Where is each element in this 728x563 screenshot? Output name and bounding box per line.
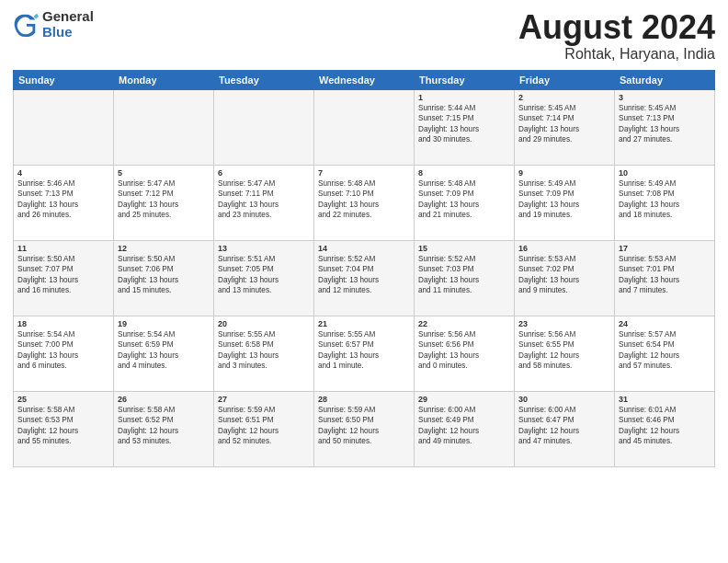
day-number: 2 xyxy=(518,93,610,102)
day-cell: 25Sunrise: 5:58 AM Sunset: 6:53 PM Dayli… xyxy=(14,391,114,466)
day-content: Sunrise: 5:48 AM Sunset: 7:09 PM Dayligh… xyxy=(418,179,479,219)
day-number: 12 xyxy=(118,244,210,253)
day-cell: 17Sunrise: 5:53 AM Sunset: 7:01 PM Dayli… xyxy=(615,240,715,316)
day-cell: 19Sunrise: 5:54 AM Sunset: 6:59 PM Dayli… xyxy=(114,316,214,391)
day-number: 20 xyxy=(218,319,310,328)
day-cell: 18Sunrise: 5:54 AM Sunset: 7:00 PM Dayli… xyxy=(14,316,114,391)
week-row-2: 4Sunrise: 5:46 AM Sunset: 7:13 PM Daylig… xyxy=(14,165,715,240)
day-number: 13 xyxy=(218,244,310,253)
day-content: Sunrise: 5:45 AM Sunset: 7:14 PM Dayligh… xyxy=(518,104,579,144)
day-content: Sunrise: 5:44 AM Sunset: 7:15 PM Dayligh… xyxy=(418,104,479,144)
day-number: 4 xyxy=(17,168,109,178)
day-cell: 1Sunrise: 5:44 AM Sunset: 7:15 PM Daylig… xyxy=(415,89,515,165)
day-cell: 9Sunrise: 5:49 AM Sunset: 7:09 PM Daylig… xyxy=(515,165,615,240)
day-content: Sunrise: 5:52 AM Sunset: 7:03 PM Dayligh… xyxy=(418,255,479,294)
day-number: 8 xyxy=(418,168,510,178)
day-number: 15 xyxy=(418,244,510,253)
day-cell: 5Sunrise: 5:47 AM Sunset: 7:12 PM Daylig… xyxy=(114,165,214,240)
calendar-table: SundayMondayTuesdayWednesdayThursdayFrid… xyxy=(13,70,715,467)
day-content: Sunrise: 5:53 AM Sunset: 7:02 PM Dayligh… xyxy=(518,255,579,294)
day-content: Sunrise: 5:49 AM Sunset: 7:08 PM Dayligh… xyxy=(619,179,679,219)
day-content: Sunrise: 5:58 AM Sunset: 6:52 PM Dayligh… xyxy=(118,406,178,445)
day-cell xyxy=(214,89,314,165)
day-cell: 16Sunrise: 5:53 AM Sunset: 7:02 PM Dayli… xyxy=(515,240,615,316)
week-row-3: 11Sunrise: 5:50 AM Sunset: 7:07 PM Dayli… xyxy=(14,240,715,316)
day-content: Sunrise: 5:50 AM Sunset: 7:07 PM Dayligh… xyxy=(17,255,78,294)
day-number: 7 xyxy=(318,168,410,178)
day-number: 31 xyxy=(619,395,711,404)
header-cell-tuesday: Tuesday xyxy=(214,70,314,89)
day-number: 21 xyxy=(318,319,410,328)
day-content: Sunrise: 5:54 AM Sunset: 7:00 PM Dayligh… xyxy=(17,330,78,370)
day-content: Sunrise: 5:50 AM Sunset: 7:06 PM Dayligh… xyxy=(118,255,178,294)
day-number: 23 xyxy=(518,319,610,328)
week-row-1: 1Sunrise: 5:44 AM Sunset: 7:15 PM Daylig… xyxy=(14,89,715,165)
day-cell: 21Sunrise: 5:55 AM Sunset: 6:57 PM Dayli… xyxy=(314,316,415,391)
day-content: Sunrise: 5:47 AM Sunset: 7:12 PM Dayligh… xyxy=(118,179,178,219)
day-cell: 7Sunrise: 5:48 AM Sunset: 7:10 PM Daylig… xyxy=(314,165,415,240)
title-block: August 2024 Rohtak, Haryana, India xyxy=(518,9,715,63)
day-cell xyxy=(114,89,214,165)
day-number: 6 xyxy=(218,168,310,178)
header-cell-monday: Monday xyxy=(114,70,214,89)
day-content: Sunrise: 5:49 AM Sunset: 7:09 PM Dayligh… xyxy=(518,179,579,219)
day-content: Sunrise: 6:01 AM Sunset: 6:46 PM Dayligh… xyxy=(619,406,679,445)
logo: General Blue xyxy=(13,9,94,40)
day-content: Sunrise: 5:45 AM Sunset: 7:13 PM Dayligh… xyxy=(619,104,679,144)
day-cell: 29Sunrise: 6:00 AM Sunset: 6:49 PM Dayli… xyxy=(415,391,515,466)
day-cell: 20Sunrise: 5:55 AM Sunset: 6:58 PM Dayli… xyxy=(214,316,314,391)
logo-blue: Blue xyxy=(42,25,94,40)
week-row-4: 18Sunrise: 5:54 AM Sunset: 7:00 PM Dayli… xyxy=(14,316,715,391)
day-cell: 24Sunrise: 5:57 AM Sunset: 6:54 PM Dayli… xyxy=(615,316,715,391)
day-cell: 3Sunrise: 5:45 AM Sunset: 7:13 PM Daylig… xyxy=(615,89,715,165)
day-content: Sunrise: 5:55 AM Sunset: 6:58 PM Dayligh… xyxy=(218,330,279,370)
day-content: Sunrise: 5:47 AM Sunset: 7:11 PM Dayligh… xyxy=(218,179,279,219)
day-number: 18 xyxy=(17,319,109,328)
location: Rohtak, Haryana, India xyxy=(518,46,715,63)
header: General Blue August 2024 Rohtak, Haryana… xyxy=(13,9,715,63)
day-content: Sunrise: 5:48 AM Sunset: 7:10 PM Dayligh… xyxy=(318,179,379,219)
day-cell: 27Sunrise: 5:59 AM Sunset: 6:51 PM Dayli… xyxy=(214,391,314,466)
day-cell: 11Sunrise: 5:50 AM Sunset: 7:07 PM Dayli… xyxy=(14,240,114,316)
day-number: 26 xyxy=(118,395,210,404)
day-number: 19 xyxy=(118,319,210,328)
logo-text: General Blue xyxy=(42,9,94,40)
day-number: 30 xyxy=(518,395,610,404)
day-number: 1 xyxy=(418,93,510,102)
day-cell: 15Sunrise: 5:52 AM Sunset: 7:03 PM Dayli… xyxy=(415,240,515,316)
page-container: General Blue August 2024 Rohtak, Haryana… xyxy=(0,0,728,477)
day-content: Sunrise: 6:00 AM Sunset: 6:47 PM Dayligh… xyxy=(518,406,579,445)
day-cell: 10Sunrise: 5:49 AM Sunset: 7:08 PM Dayli… xyxy=(615,165,715,240)
header-cell-friday: Friday xyxy=(515,70,615,89)
day-content: Sunrise: 5:55 AM Sunset: 6:57 PM Dayligh… xyxy=(318,330,379,370)
day-content: Sunrise: 6:00 AM Sunset: 6:49 PM Dayligh… xyxy=(418,406,479,445)
day-cell: 4Sunrise: 5:46 AM Sunset: 7:13 PM Daylig… xyxy=(14,165,114,240)
day-number: 17 xyxy=(619,244,711,253)
day-content: Sunrise: 5:58 AM Sunset: 6:53 PM Dayligh… xyxy=(17,406,78,445)
day-number: 9 xyxy=(518,168,610,178)
header-cell-thursday: Thursday xyxy=(415,70,515,89)
day-cell: 13Sunrise: 5:51 AM Sunset: 7:05 PM Dayli… xyxy=(214,240,314,316)
day-content: Sunrise: 5:59 AM Sunset: 6:50 PM Dayligh… xyxy=(318,406,379,445)
day-cell: 14Sunrise: 5:52 AM Sunset: 7:04 PM Dayli… xyxy=(314,240,415,316)
day-number: 24 xyxy=(619,319,711,328)
day-number: 28 xyxy=(318,395,410,404)
day-cell xyxy=(14,89,114,165)
day-cell xyxy=(314,89,415,165)
day-content: Sunrise: 5:57 AM Sunset: 6:54 PM Dayligh… xyxy=(619,330,679,370)
day-number: 27 xyxy=(218,395,310,404)
day-content: Sunrise: 5:54 AM Sunset: 6:59 PM Dayligh… xyxy=(118,330,178,370)
day-cell: 28Sunrise: 5:59 AM Sunset: 6:50 PM Dayli… xyxy=(314,391,415,466)
header-row: SundayMondayTuesdayWednesdayThursdayFrid… xyxy=(14,70,715,89)
calendar-body: 1Sunrise: 5:44 AM Sunset: 7:15 PM Daylig… xyxy=(14,89,715,466)
day-cell: 26Sunrise: 5:58 AM Sunset: 6:52 PM Dayli… xyxy=(114,391,214,466)
day-number: 16 xyxy=(518,244,610,253)
day-number: 3 xyxy=(619,93,711,102)
day-content: Sunrise: 5:56 AM Sunset: 6:56 PM Dayligh… xyxy=(418,330,479,370)
day-number: 10 xyxy=(619,168,711,178)
day-content: Sunrise: 5:56 AM Sunset: 6:55 PM Dayligh… xyxy=(518,330,579,370)
day-cell: 2Sunrise: 5:45 AM Sunset: 7:14 PM Daylig… xyxy=(515,89,615,165)
header-cell-saturday: Saturday xyxy=(615,70,715,89)
day-cell: 30Sunrise: 6:00 AM Sunset: 6:47 PM Dayli… xyxy=(515,391,615,466)
day-number: 5 xyxy=(118,168,210,178)
